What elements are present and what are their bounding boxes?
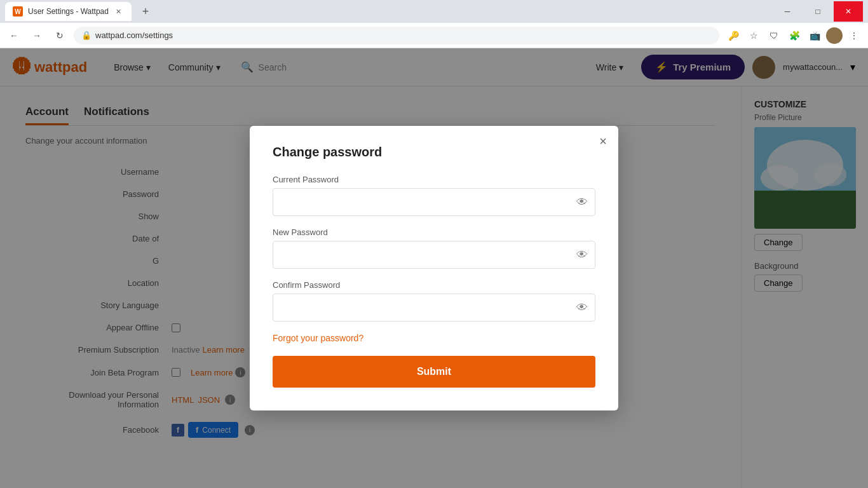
new-password-wrapper: 👁 bbox=[273, 241, 595, 269]
new-tab-button[interactable]: + bbox=[137, 3, 154, 20]
current-password-wrapper: 👁 bbox=[273, 188, 595, 216]
maximize-button[interactable]: □ bbox=[803, 1, 832, 22]
bookmark-icon[interactable]: ☆ bbox=[745, 27, 763, 44]
submit-button[interactable]: Submit bbox=[273, 356, 595, 388]
tab-close-button[interactable]: ✕ bbox=[114, 6, 124, 17]
confirm-password-label: Confirm Password bbox=[273, 280, 595, 290]
back-button[interactable]: ← bbox=[5, 27, 23, 44]
menu-icon[interactable]: ⋮ bbox=[845, 27, 863, 44]
confirm-password-eye-icon[interactable]: 👁 bbox=[576, 301, 588, 315]
new-password-input[interactable] bbox=[273, 241, 595, 269]
confirm-password-input[interactable] bbox=[273, 294, 595, 322]
modal-overlay: × Change password Current Password 👁 New… bbox=[0, 48, 868, 488]
current-password-eye-icon[interactable]: 👁 bbox=[576, 196, 588, 209]
lock-icon: 🔒 bbox=[81, 30, 92, 40]
url-text: wattpad.com/settings bbox=[95, 30, 173, 40]
new-password-label: New Password bbox=[273, 227, 595, 237]
modal-title: Change password bbox=[273, 145, 595, 159]
shield-icon: 🛡 bbox=[765, 27, 783, 44]
close-button[interactable]: ✕ bbox=[834, 1, 863, 22]
current-password-label: Current Password bbox=[273, 175, 595, 184]
tab-title: User Settings - Wattpad bbox=[28, 7, 109, 16]
key-icon: 🔑 bbox=[724, 27, 742, 44]
browser-profile-icon[interactable] bbox=[826, 27, 843, 44]
tab-favicon: W bbox=[13, 6, 23, 17]
forgot-password-link[interactable]: Forgot your password? bbox=[273, 333, 595, 343]
current-password-input[interactable] bbox=[273, 188, 595, 216]
cast-icon: 📺 bbox=[806, 27, 824, 44]
forward-button[interactable]: → bbox=[28, 27, 46, 44]
browser-tab[interactable]: W User Settings - Wattpad ✕ bbox=[5, 2, 132, 21]
confirm-password-wrapper: 👁 bbox=[273, 294, 595, 322]
change-password-modal: × Change password Current Password 👁 New… bbox=[250, 126, 618, 410]
address-bar[interactable]: 🔒 wattpad.com/settings bbox=[74, 27, 719, 44]
extension-icon: 🧩 bbox=[785, 27, 803, 44]
new-password-eye-icon[interactable]: 👁 bbox=[576, 248, 588, 262]
refresh-button[interactable]: ↻ bbox=[51, 27, 69, 44]
minimize-button[interactable]: ─ bbox=[773, 1, 802, 22]
modal-close-button[interactable]: × bbox=[599, 135, 607, 147]
